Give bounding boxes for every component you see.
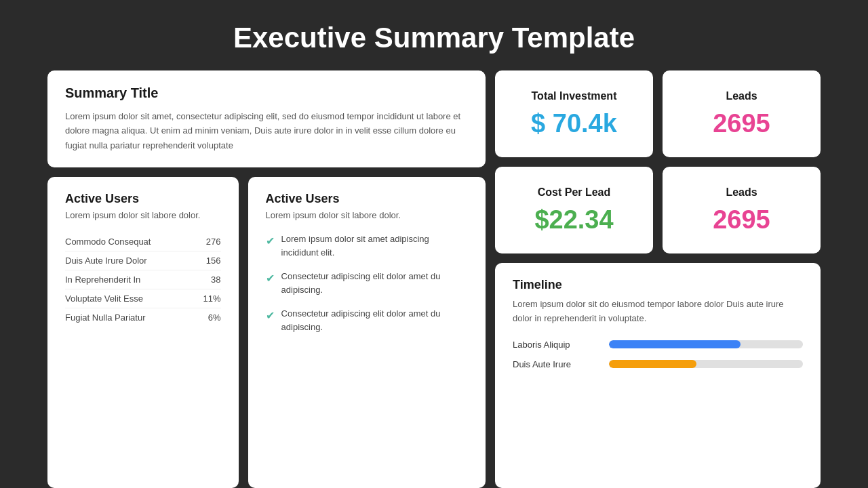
- active-users-check-subtitle: Lorem ipsum dolor sit labore dolor.: [266, 210, 468, 220]
- progress-label-1: Laboris Aliquip: [513, 340, 601, 350]
- summary-title: Summary Title: [65, 85, 468, 101]
- timeline-card: Timeline Lorem ipsum dolor sit do eiusmo…: [495, 263, 821, 488]
- summary-body: Lorem ipsum dolor sit amet, consectetur …: [65, 109, 468, 152]
- progress-bar-fill-2: [609, 360, 696, 368]
- progress-row-1: Laboris Aliquip: [513, 340, 803, 350]
- bottom-row: Active Users Lorem ipsum dolor sit labor…: [47, 177, 486, 488]
- stat-value: 156: [206, 256, 221, 266]
- total-investment-label: Total Investment: [532, 90, 617, 102]
- stat-label: Duis Aute Irure Dolor: [65, 256, 147, 266]
- check-text: Consectetur adipiscing elit dolor amet d…: [281, 270, 468, 296]
- leads-bottom-value: 2695: [713, 205, 770, 235]
- table-row: Voluptate Velit Esse 11%: [65, 289, 221, 308]
- table-row: Fugiat Nulla Pariatur 6%: [65, 308, 221, 327]
- active-users-check-title: Active Users: [266, 192, 468, 206]
- progress-row-2: Duis Aute Irure: [513, 359, 803, 369]
- checkmark-icon: ✔: [266, 308, 275, 324]
- main-layout: Summary Title Lorem ipsum dolor sit amet…: [47, 70, 821, 488]
- stat-rows: Commodo Consequat 276 Duis Aute Irure Do…: [65, 232, 221, 327]
- active-users-list-subtitle: Lorem ipsum dolor sit labore dolor.: [65, 210, 221, 220]
- timeline-title: Timeline: [513, 278, 803, 292]
- active-users-list-title: Active Users: [65, 192, 221, 206]
- stat-value: 6%: [208, 312, 221, 323]
- list-item: ✔ Consectetur adipiscing elit dolor amet…: [266, 307, 468, 333]
- check-text: Lorem ipsum dolor sit amet adipiscing in…: [281, 232, 468, 259]
- table-row: Duis Aute Irure Dolor 156: [65, 251, 221, 270]
- stat-label: Fugiat Nulla Pariatur: [65, 312, 146, 323]
- checkmark-icon: ✔: [266, 270, 275, 287]
- stat-label: Voluptate Velit Esse: [65, 293, 143, 304]
- check-text: Consectetur adipiscing elit dolor amet d…: [281, 307, 468, 333]
- checkmark-icon: ✔: [266, 233, 275, 249]
- stat-value: 38: [211, 274, 220, 285]
- progress-label-2: Duis Aute Irure: [513, 359, 601, 369]
- leads-top-card: Leads 2695: [663, 70, 821, 157]
- table-row: In Reprehenderit In 38: [65, 270, 221, 289]
- cost-per-lead-card: Cost Per Lead $22.34: [495, 167, 653, 253]
- summary-card: Summary Title Lorem ipsum dolor sit amet…: [47, 70, 486, 167]
- active-users-check-card: Active Users Lorem ipsum dolor sit labor…: [248, 177, 486, 488]
- left-column: Summary Title Lorem ipsum dolor sit amet…: [47, 70, 486, 488]
- stat-label: In Reprehenderit In: [65, 274, 140, 285]
- leads-top-value: 2695: [713, 109, 770, 138]
- right-column: Total Investment $ 70.4k Leads 2695 Cost…: [495, 70, 821, 488]
- total-investment-value: $ 70.4k: [531, 109, 617, 138]
- metric-row-top: Total Investment $ 70.4k Leads 2695: [495, 70, 821, 157]
- leads-bottom-card: Leads 2695: [663, 167, 821, 253]
- timeline-body: Lorem ipsum dolor sit do eiusmod tempor …: [513, 298, 803, 326]
- stat-value: 276: [206, 237, 221, 247]
- progress-bar-fill-1: [609, 340, 741, 348]
- leads-top-label: Leads: [726, 90, 757, 102]
- total-investment-card: Total Investment $ 70.4k: [495, 70, 653, 157]
- progress-bar-bg-2: [609, 360, 803, 368]
- cost-per-lead-label: Cost Per Lead: [538, 186, 611, 199]
- page-title: Executive Summary Template: [0, 0, 868, 70]
- leads-bottom-label: Leads: [726, 186, 757, 199]
- progress-bar-bg-1: [609, 340, 803, 348]
- stat-value: 11%: [203, 293, 221, 304]
- list-item: ✔ Consectetur adipiscing elit dolor amet…: [266, 270, 468, 296]
- cost-per-lead-value: $22.34: [534, 205, 613, 235]
- stat-label: Commodo Consequat: [65, 237, 151, 247]
- list-item: ✔ Lorem ipsum dolor sit amet adipiscing …: [266, 232, 468, 259]
- active-users-list-card: Active Users Lorem ipsum dolor sit labor…: [47, 177, 239, 488]
- table-row: Commodo Consequat 276: [65, 232, 221, 251]
- metric-row-bottom: Cost Per Lead $22.34 Leads 2695: [495, 167, 821, 253]
